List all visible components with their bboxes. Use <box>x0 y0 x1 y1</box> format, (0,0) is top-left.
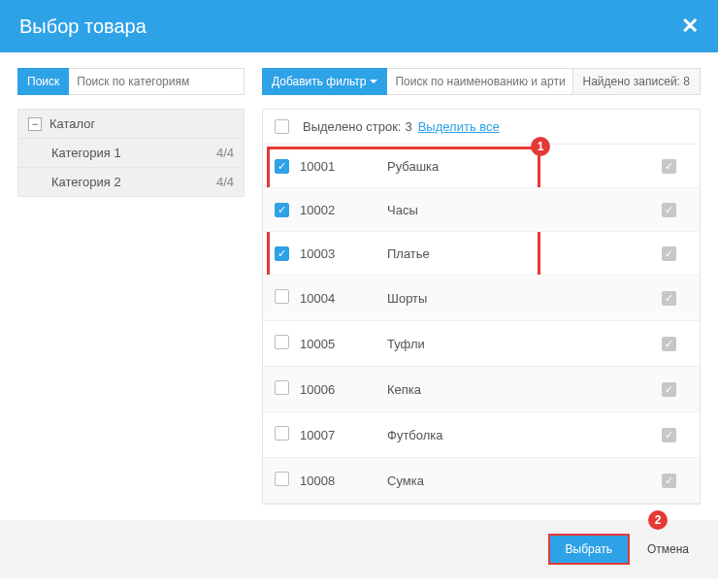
search-button[interactable]: Поиск <box>17 68 69 95</box>
status-check-icon <box>662 203 676 217</box>
product-name: Платье <box>387 246 649 261</box>
row-checkbox[interactable] <box>275 246 289 261</box>
selection-summary-row: Выделено строк: 3 Выделить все <box>263 110 700 145</box>
product-code: 10007 <box>300 428 387 442</box>
product-code: 10004 <box>300 291 387 306</box>
product-name: Рубашка <box>387 159 649 174</box>
table-row[interactable]: 10002Часы <box>263 188 700 232</box>
row-checkbox[interactable] <box>275 289 289 304</box>
product-code: 10005 <box>300 337 387 351</box>
product-name: Сумка <box>387 474 649 488</box>
row-checkbox[interactable] <box>275 159 289 174</box>
status-check-icon <box>662 428 676 442</box>
product-code: 10008 <box>300 474 387 488</box>
sidebar: Поиск − Каталог Категория 14/4Категория … <box>17 68 245 505</box>
status-check-icon <box>662 382 676 397</box>
table-row[interactable]: 10003Платье <box>263 232 700 276</box>
category-count: 4/4 <box>216 175 234 189</box>
product-code: 10003 <box>300 246 387 261</box>
product-table: Выделено строк: 3 Выделить все 1 10001Ру… <box>262 109 701 505</box>
collapse-icon[interactable]: − <box>28 117 42 131</box>
product-name: Кепка <box>387 382 649 397</box>
category-count: 4/4 <box>216 146 234 160</box>
row-checkbox[interactable] <box>275 426 289 441</box>
row-checkbox[interactable] <box>275 472 289 486</box>
product-select-modal: Выбор товара ✕ Поиск − Каталог Категория… <box>0 0 718 578</box>
table-row[interactable]: 10001Рубашка <box>263 145 700 188</box>
caret-down-icon <box>370 80 377 83</box>
add-filter-button[interactable]: Добавить фильтр <box>262 68 387 95</box>
status-check-icon <box>662 291 676 306</box>
status-check-icon <box>662 337 676 351</box>
product-name: Футболка <box>387 428 649 442</box>
product-search-input[interactable] <box>387 68 572 95</box>
table-row[interactable]: 10008Сумка <box>263 458 700 504</box>
table-row[interactable]: 10004Шорты <box>263 276 700 321</box>
row-checkbox[interactable] <box>275 335 289 349</box>
table-row[interactable]: 10005Туфли <box>263 321 700 367</box>
row-checkbox[interactable] <box>275 380 289 395</box>
select-button[interactable]: Выбрать <box>548 534 630 565</box>
annotation-badge-2: 2 <box>648 510 668 530</box>
category-label: Категория 2 <box>51 175 121 189</box>
selected-count: 3 <box>405 119 411 134</box>
add-filter-label: Добавить фильтр <box>272 75 366 88</box>
product-code: 10002 <box>300 203 387 217</box>
main-panel: Добавить фильтр Найдено записей: 8 Выдел… <box>262 68 701 505</box>
selected-label: Выделено строк: <box>303 119 401 134</box>
product-name: Туфли <box>387 337 649 351</box>
table-row[interactable]: 10007Футболка <box>263 412 700 458</box>
product-name: Часы <box>387 203 649 217</box>
catalog-root-label: Каталог <box>49 116 95 131</box>
status-check-icon <box>662 246 676 261</box>
modal-header: Выбор товара ✕ <box>0 0 718 52</box>
found-records: Найдено записей: 8 <box>573 68 701 95</box>
product-code: 10001 <box>300 159 387 174</box>
status-check-icon <box>662 159 676 174</box>
close-icon[interactable]: ✕ <box>681 14 699 39</box>
table-row[interactable]: 10006Кепка <box>263 367 700 412</box>
product-code: 10006 <box>300 382 387 397</box>
row-checkbox[interactable] <box>275 203 289 217</box>
cancel-button[interactable]: Отмена <box>639 534 697 565</box>
product-name: Шорты <box>387 291 649 306</box>
sidebar-category[interactable]: Категория 14/4 <box>17 139 245 168</box>
catalog-root[interactable]: − Каталог <box>17 109 245 139</box>
category-label: Категория 1 <box>51 146 121 160</box>
select-all-checkbox[interactable] <box>275 119 289 134</box>
modal-title: Выбор товара <box>19 16 147 38</box>
category-search-input[interactable] <box>69 68 245 95</box>
modal-footer: 2 Выбрать Отмена <box>0 520 718 578</box>
select-all-link[interactable]: Выделить все <box>418 119 500 134</box>
sidebar-category[interactable]: Категория 24/4 <box>17 168 245 197</box>
status-check-icon <box>662 474 676 488</box>
